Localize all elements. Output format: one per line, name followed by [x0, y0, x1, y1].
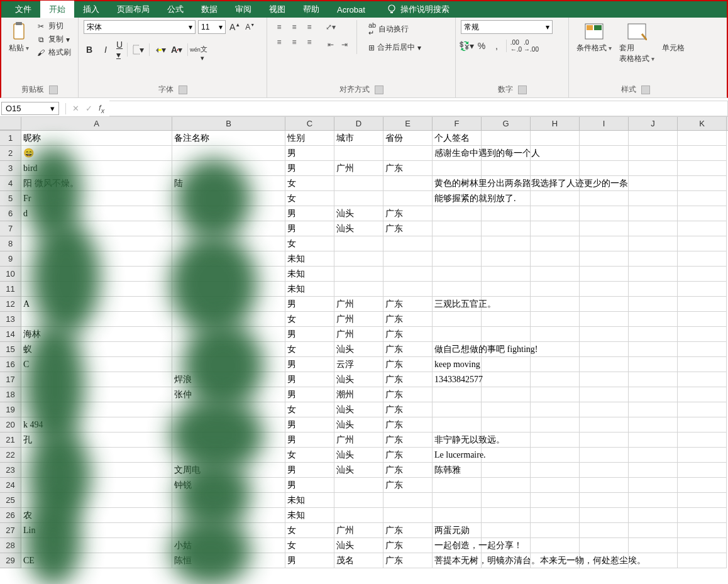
cell-F18[interactable] [433, 387, 482, 402]
cell-F12[interactable]: 三观比五官正。 [433, 297, 482, 312]
cell-G2[interactable] [482, 146, 531, 161]
cell-E6[interactable]: 广东 [383, 206, 433, 221]
cell-F22[interactable]: Le lucermaire. [433, 448, 482, 463]
cell-F3[interactable] [433, 161, 482, 176]
cell-C17[interactable]: 男 [285, 372, 334, 387]
cell-K14[interactable] [678, 327, 727, 342]
cell-I1[interactable] [580, 131, 629, 146]
cell-F27[interactable]: 两蛋元勋 [433, 523, 482, 538]
cell-C6[interactable]: 男 [285, 206, 334, 221]
cell-H13[interactable] [531, 312, 580, 327]
cell-C23[interactable]: 男 [285, 463, 334, 478]
cell-A7[interactable] [21, 221, 172, 236]
cell-F25[interactable] [433, 493, 482, 508]
indent-inc-button[interactable]: ⇥ [338, 38, 351, 52]
cell-F16[interactable]: keep moving [433, 357, 482, 372]
cell-I9[interactable] [580, 251, 629, 267]
cell-J27[interactable] [629, 523, 678, 538]
cell-J21[interactable] [629, 432, 678, 448]
font-shrink-button[interactable]: A▼ [244, 23, 256, 31]
cell-A9[interactable] [21, 251, 172, 267]
cell-D20[interactable]: 汕头 [334, 417, 383, 432]
fill-color-button[interactable]: ▾ [155, 43, 166, 57]
cell-F11[interactable] [433, 282, 482, 297]
cell-J5[interactable] [629, 191, 678, 206]
cell-B12[interactable] [172, 297, 285, 312]
cell-K25[interactable] [678, 493, 727, 508]
cell-K5[interactable] [678, 191, 727, 206]
cell-K23[interactable] [678, 463, 727, 478]
cell-J22[interactable] [629, 448, 678, 463]
cell-E26[interactable] [383, 508, 433, 523]
cell-G14[interactable] [482, 327, 531, 342]
cell-F17[interactable]: 13433842577 [433, 372, 482, 387]
cell-I7[interactable] [580, 221, 629, 236]
cell-G28[interactable] [482, 538, 531, 553]
cell-E23[interactable]: 广东 [383, 463, 433, 478]
cell-C4[interactable]: 女 [285, 176, 334, 191]
row-header-16[interactable]: 16 [0, 357, 21, 372]
formula-input[interactable] [109, 101, 728, 116]
cell-J16[interactable] [629, 357, 678, 372]
cell-C5[interactable]: 女 [285, 191, 334, 206]
cell-K18[interactable] [678, 387, 727, 402]
cell-H14[interactable] [531, 327, 580, 342]
cell-G24[interactable] [482, 478, 531, 493]
cell-D1[interactable]: 城市 [334, 131, 383, 146]
cell-I27[interactable] [580, 523, 629, 538]
cell-H9[interactable] [531, 251, 580, 267]
font-color-button[interactable]: A▾ [171, 43, 182, 57]
wrap-text-button[interactable]: ab↵自动换行 [366, 20, 424, 38]
cell-H20[interactable] [531, 417, 580, 432]
row-header-4[interactable]: 4 [0, 176, 21, 191]
cell-D29[interactable]: 茂名 [334, 553, 383, 568]
tell-me-search[interactable]: 操作说明搜索 [378, 1, 458, 18]
cell-G23[interactable] [482, 463, 531, 478]
phonetic-button[interactable]: wén文▾ [193, 43, 204, 57]
cell-F8[interactable] [433, 236, 482, 251]
column-header-K[interactable]: K [678, 117, 727, 130]
row-header-7[interactable]: 7 [0, 221, 21, 236]
cell-I8[interactable] [580, 236, 629, 251]
cell-B8[interactable] [172, 236, 285, 251]
cell-K8[interactable] [678, 236, 727, 251]
cell-A19[interactable] [21, 402, 172, 417]
cell-A10[interactable] [21, 267, 172, 282]
cell-G19[interactable] [482, 402, 531, 417]
cell-I15[interactable] [580, 342, 629, 357]
cell-F24[interactable] [433, 478, 482, 493]
cell-A8[interactable] [21, 236, 172, 251]
cell-J9[interactable] [629, 251, 678, 267]
cell-J1[interactable] [629, 131, 678, 146]
cell-F4[interactable]: 黄色的树林里分出两条路我选择了人迹更少的一条 [433, 176, 482, 191]
cell-E19[interactable]: 广东 [383, 402, 433, 417]
tab-formulas[interactable]: 公式 [158, 1, 192, 18]
cell-D22[interactable]: 汕头 [334, 448, 383, 463]
border-button[interactable]: ▾ [133, 43, 144, 57]
cell-E28[interactable]: 广东 [383, 538, 433, 553]
row-header-12[interactable]: 12 [0, 297, 21, 312]
cell-H6[interactable] [531, 206, 580, 221]
cell-G7[interactable] [482, 221, 531, 236]
cell-H4[interactable] [531, 176, 580, 191]
cell-A6[interactable]: d [21, 206, 172, 221]
cell-D5[interactable] [334, 191, 383, 206]
cell-C12[interactable]: 男 [285, 297, 334, 312]
cell-D14[interactable]: 广州 [334, 327, 383, 342]
cell-J19[interactable] [629, 402, 678, 417]
cell-C13[interactable]: 女 [285, 312, 334, 327]
align-center-button[interactable]: ≡ [287, 35, 301, 49]
cell-D26[interactable] [334, 508, 383, 523]
cell-A27[interactable]: Lin [21, 523, 172, 538]
row-header-20[interactable]: 20 [0, 417, 21, 432]
cell-C21[interactable]: 男 [285, 432, 334, 448]
row-header-15[interactable]: 15 [0, 342, 21, 357]
cell-J14[interactable] [629, 327, 678, 342]
row-header-22[interactable]: 22 [0, 448, 21, 463]
cell-D23[interactable]: 汕头 [334, 463, 383, 478]
cell-G10[interactable] [482, 267, 531, 282]
cell-H24[interactable] [531, 478, 580, 493]
cell-C11[interactable]: 未知 [285, 282, 334, 297]
cell-G17[interactable] [482, 372, 531, 387]
cell-H19[interactable] [531, 402, 580, 417]
